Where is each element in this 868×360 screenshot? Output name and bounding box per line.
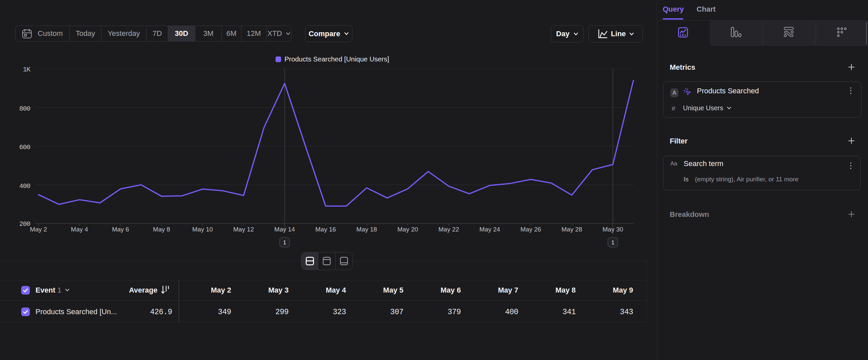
svg-text:1: 1 (611, 240, 614, 246)
svg-text:400: 400 (19, 182, 30, 190)
svg-text:May 8: May 8 (153, 226, 170, 233)
svg-text:1K: 1K (23, 66, 31, 74)
svg-text:May 6: May 6 (112, 226, 129, 233)
svg-text:800: 800 (19, 105, 30, 113)
svg-text:May 22: May 22 (438, 226, 459, 233)
svg-text:May 2: May 2 (30, 226, 47, 233)
svg-text:600: 600 (19, 143, 30, 151)
svg-text:May 30: May 30 (602, 226, 623, 233)
svg-text:May 20: May 20 (398, 226, 418, 233)
svg-text:May 16: May 16 (315, 226, 336, 233)
svg-text:May 28: May 28 (562, 226, 582, 233)
svg-text:May 26: May 26 (521, 226, 541, 233)
svg-text:May 18: May 18 (356, 226, 377, 233)
svg-text:May 14: May 14 (274, 226, 295, 233)
svg-text:May 10: May 10 (192, 226, 213, 233)
svg-text:Products Searched [Unique User: Products Searched [Unique Users] (284, 55, 389, 63)
svg-text:200: 200 (19, 220, 30, 228)
svg-text:May 4: May 4 (71, 226, 88, 233)
svg-text:May 12: May 12 (234, 226, 254, 233)
svg-text:May 24: May 24 (479, 226, 500, 233)
svg-text:1: 1 (283, 240, 286, 246)
